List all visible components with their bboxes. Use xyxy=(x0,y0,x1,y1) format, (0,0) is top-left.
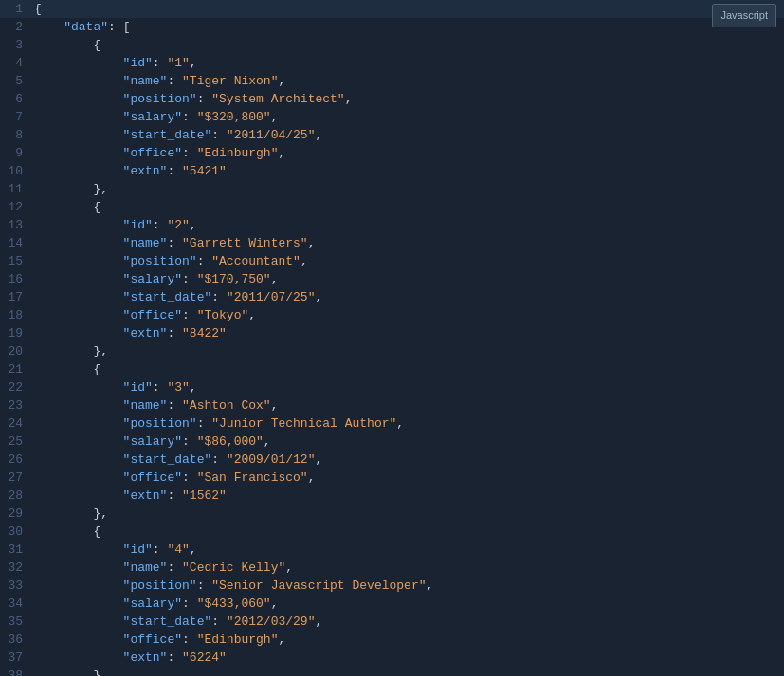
table-row: 3 { xyxy=(0,36,784,54)
line-number: 3 xyxy=(0,36,34,54)
table-row: 26 "start_date": "2009/01/12", xyxy=(0,450,784,468)
line-number: 1 xyxy=(0,0,34,18)
line-content: "data": [ xyxy=(34,18,784,36)
line-content: "extn": "8422" xyxy=(34,324,784,342)
line-content: "extn": "6224" xyxy=(34,649,784,667)
table-row: 14 "name": "Garrett Winters", xyxy=(0,234,784,252)
line-content: { xyxy=(34,522,784,540)
line-number: 25 xyxy=(0,432,34,450)
table-row: 24 "position": "Junior Technical Author"… xyxy=(0,414,784,432)
table-row: 19 "extn": "8422" xyxy=(0,324,784,342)
line-number: 31 xyxy=(0,540,34,558)
line-content: "start_date": "2012/03/29", xyxy=(34,612,784,630)
line-content: "position": "Junior Technical Author", xyxy=(34,414,784,432)
line-number: 12 xyxy=(0,198,34,216)
line-content: "office": "San Francisco", xyxy=(34,468,784,486)
line-content: "office": "Edinburgh", xyxy=(34,144,784,162)
line-content: "name": "Garrett Winters", xyxy=(34,234,784,252)
table-row: 27 "office": "San Francisco", xyxy=(0,468,784,486)
line-number: 18 xyxy=(0,306,34,324)
table-row: 25 "salary": "$86,000", xyxy=(0,432,784,450)
line-number: 29 xyxy=(0,504,34,522)
table-row: 13 "id": "2", xyxy=(0,216,784,234)
line-content: "salary": "$320,800", xyxy=(34,108,784,126)
line-content: "start_date": "2009/01/12", xyxy=(34,450,784,468)
line-number: 37 xyxy=(0,649,34,667)
table-row: 15 "position": "Accountant", xyxy=(0,252,784,270)
table-row: 30 { xyxy=(0,522,784,540)
table-row: 31 "id": "4", xyxy=(0,540,784,558)
line-number: 38 xyxy=(0,667,34,676)
table-row: 18 "office": "Tokyo", xyxy=(0,306,784,324)
line-number: 22 xyxy=(0,378,34,396)
code-viewer: Javascript 1{2 "data": [3 {4 "id": "1",5… xyxy=(0,0,784,676)
table-row: 23 "name": "Ashton Cox", xyxy=(0,396,784,414)
table-row: 21 { xyxy=(0,360,784,378)
line-number: 7 xyxy=(0,108,34,126)
line-number: 35 xyxy=(0,612,34,630)
table-row: 2 "data": [ xyxy=(0,18,784,36)
table-row: 5 "name": "Tiger Nixon", xyxy=(0,72,784,90)
line-content: "position": "System Architect", xyxy=(34,90,784,108)
table-row: 11 }, xyxy=(0,180,784,198)
line-number: 20 xyxy=(0,342,34,360)
line-number: 10 xyxy=(0,162,34,180)
table-row: 4 "id": "1", xyxy=(0,54,784,72)
line-content: }, xyxy=(34,667,784,676)
table-row: 36 "office": "Edinburgh", xyxy=(0,630,784,649)
line-number: 30 xyxy=(0,522,34,540)
line-content: "id": "3", xyxy=(34,378,784,396)
line-content: "extn": "1562" xyxy=(34,486,784,504)
language-badge[interactable]: Javascript xyxy=(712,4,776,27)
line-content: "name": "Tiger Nixon", xyxy=(34,72,784,90)
line-number: 16 xyxy=(0,270,34,288)
table-row: 8 "start_date": "2011/04/25", xyxy=(0,126,784,144)
line-number: 2 xyxy=(0,18,34,36)
table-row: 22 "id": "3", xyxy=(0,378,784,396)
table-row: 1{ xyxy=(0,0,784,18)
line-content: "start_date": "2011/07/25", xyxy=(34,288,784,306)
line-content: "position": "Accountant", xyxy=(34,252,784,270)
line-content: "salary": "$170,750", xyxy=(34,270,784,288)
line-number: 6 xyxy=(0,90,34,108)
table-row: 33 "position": "Senior Javascript Develo… xyxy=(0,576,784,594)
table-row: 32 "name": "Cedric Kelly", xyxy=(0,558,784,576)
table-row: 9 "office": "Edinburgh", xyxy=(0,144,784,162)
table-row: 7 "salary": "$320,800", xyxy=(0,108,784,126)
line-content: { xyxy=(34,36,784,54)
line-content: "id": "4", xyxy=(34,540,784,558)
line-content: { xyxy=(34,360,784,378)
line-number: 33 xyxy=(0,576,34,594)
table-row: 12 { xyxy=(0,198,784,216)
line-number: 21 xyxy=(0,360,34,378)
line-number: 32 xyxy=(0,558,34,576)
table-row: 37 "extn": "6224" xyxy=(0,649,784,667)
line-number: 4 xyxy=(0,54,34,72)
line-number: 19 xyxy=(0,324,34,342)
line-content: "id": "1", xyxy=(34,54,784,72)
line-content: }, xyxy=(34,342,784,360)
line-number: 5 xyxy=(0,72,34,90)
table-row: 34 "salary": "$433,060", xyxy=(0,594,784,612)
line-content: "position": "Senior Javascript Developer… xyxy=(34,576,784,594)
line-content: { xyxy=(34,198,784,216)
line-content: "name": "Cedric Kelly", xyxy=(34,558,784,576)
line-number: 8 xyxy=(0,126,34,144)
line-content: { xyxy=(34,0,784,18)
line-content: "office": "Edinburgh", xyxy=(34,630,784,649)
table-row: 35 "start_date": "2012/03/29", xyxy=(0,612,784,630)
table-row: 29 }, xyxy=(0,504,784,522)
line-number: 17 xyxy=(0,288,34,306)
code-lines: 1{2 "data": [3 {4 "id": "1",5 "name": "T… xyxy=(0,0,784,676)
line-number: 23 xyxy=(0,396,34,414)
table-row: 10 "extn": "5421" xyxy=(0,162,784,180)
line-content: }, xyxy=(34,180,784,198)
line-content: "id": "2", xyxy=(34,216,784,234)
line-number: 28 xyxy=(0,486,34,504)
table-row: 16 "salary": "$170,750", xyxy=(0,270,784,288)
line-number: 26 xyxy=(0,450,34,468)
table-row: 20 }, xyxy=(0,342,784,360)
line-content: "salary": "$433,060", xyxy=(34,594,784,612)
table-row: 17 "start_date": "2011/07/25", xyxy=(0,288,784,306)
line-content: "office": "Tokyo", xyxy=(34,306,784,324)
